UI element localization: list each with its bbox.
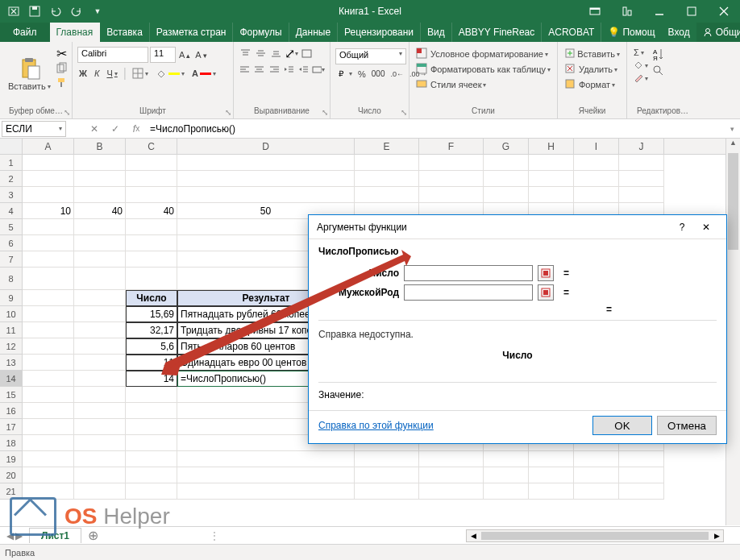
sheet-tab[interactable]: Лист1 — [29, 528, 81, 543]
cell[interactable] — [74, 371, 126, 387]
cell[interactable] — [177, 467, 355, 483]
sheet-nav-next-icon[interactable]: ▶ — [15, 530, 23, 541]
cell[interactable] — [574, 187, 619, 203]
cell[interactable] — [74, 171, 126, 187]
cell[interactable] — [355, 451, 419, 467]
copy-icon[interactable] — [56, 61, 69, 74]
close-button[interactable] — [708, 0, 740, 23]
cell[interactable] — [126, 483, 177, 500]
cell[interactable] — [23, 322, 74, 338]
cell[interactable] — [177, 451, 355, 467]
enter-formula-icon[interactable]: ✓ — [105, 120, 126, 138]
col-header[interactable]: H — [529, 139, 574, 154]
cell[interactable] — [74, 403, 126, 419]
dialog-titlebar[interactable]: Аргументы функции ? ✕ — [309, 215, 726, 239]
percent-icon[interactable]: % — [356, 68, 368, 80]
add-sheet-icon[interactable]: ⊕ — [81, 528, 105, 543]
comma-icon[interactable]: 000 — [370, 68, 387, 80]
cell[interactable] — [74, 219, 126, 235]
currency-icon[interactable]: ₽▾ — [335, 68, 354, 80]
cell[interactable] — [126, 435, 177, 451]
cell[interactable] — [126, 219, 177, 235]
cell[interactable] — [23, 355, 74, 371]
row-header[interactable]: 11 — [0, 322, 23, 338]
cell[interactable] — [484, 467, 529, 483]
cell[interactable] — [23, 419, 74, 435]
grow-font-icon[interactable]: A▴ — [177, 47, 192, 63]
cell[interactable] — [126, 187, 177, 203]
row-header[interactable]: 1 — [0, 155, 23, 171]
cell[interactable] — [126, 419, 177, 435]
cell[interactable] — [177, 171, 355, 187]
bold-button[interactable]: Ж — [77, 68, 89, 79]
tab-review[interactable]: Рецензировани — [338, 23, 421, 42]
cell[interactable] — [23, 235, 74, 251]
tab-home[interactable]: Главная — [50, 23, 101, 42]
shrink-font-icon[interactable]: A▾ — [193, 47, 208, 63]
cell[interactable] — [74, 306, 126, 322]
cell[interactable] — [126, 235, 177, 251]
tab-view[interactable]: Вид — [421, 23, 452, 42]
cell[interactable] — [23, 338, 74, 355]
fill-icon[interactable]: ▾ — [632, 60, 650, 71]
cell[interactable] — [177, 155, 355, 171]
align-right-icon[interactable] — [268, 63, 280, 76]
clear-icon[interactable]: ▾ — [632, 73, 650, 84]
col-header[interactable]: C — [126, 139, 177, 154]
cell-styles-button[interactable]: Стили ячеек▾ — [414, 77, 552, 92]
orientation-icon[interactable]: ⤢▾ — [285, 47, 297, 60]
cell[interactable] — [23, 155, 74, 171]
dialog-launcher-icon[interactable]: ⤡ — [225, 108, 231, 117]
tab-data[interactable]: Данные — [289, 23, 338, 42]
find-icon[interactable] — [651, 64, 666, 77]
cell[interactable] — [529, 171, 574, 187]
row-header[interactable]: 16 — [0, 403, 23, 419]
cell[interactable] — [126, 171, 177, 187]
cell[interactable] — [23, 187, 74, 203]
cell[interactable] — [74, 251, 126, 268]
ribbon-collapse-icon[interactable] — [611, 0, 643, 23]
maximize-button[interactable] — [676, 0, 708, 23]
conditional-format-button[interactable]: Условное форматирование▾ — [414, 47, 552, 61]
cell[interactable] — [126, 387, 177, 403]
cell[interactable] — [74, 467, 126, 483]
align-center-icon[interactable] — [253, 63, 265, 76]
font-color-icon[interactable]: A▾ — [190, 68, 218, 79]
cell[interactable] — [23, 451, 74, 467]
cancel-formula-icon[interactable]: ✕ — [84, 120, 105, 138]
cell[interactable] — [126, 451, 177, 467]
tab-file[interactable]: Файл — [0, 23, 50, 42]
row-header[interactable]: 21 — [0, 483, 23, 500]
cell[interactable] — [574, 155, 619, 171]
cell[interactable]: 40 — [126, 203, 177, 219]
cell[interactable] — [23, 268, 74, 290]
save-icon[interactable] — [26, 2, 44, 20]
close-icon[interactable]: ✕ — [694, 222, 718, 233]
cell[interactable] — [484, 155, 529, 171]
inc-decimal-icon[interactable]: .0← — [389, 68, 405, 80]
delete-cells-button[interactable]: Удалить▾ — [563, 62, 622, 77]
cell[interactable] — [23, 306, 74, 322]
redo-icon[interactable] — [68, 2, 85, 20]
arg2-input[interactable] — [404, 284, 533, 301]
dialog-launcher-icon[interactable]: ⤡ — [401, 108, 407, 117]
cell[interactable] — [177, 187, 355, 203]
borders-icon[interactable]: ▾ — [131, 67, 150, 80]
cell[interactable] — [574, 171, 619, 187]
align-middle-icon[interactable] — [254, 47, 267, 60]
cell[interactable]: 14 — [126, 371, 177, 387]
cell[interactable] — [574, 483, 619, 500]
cell[interactable] — [74, 322, 126, 338]
row-header[interactable]: 15 — [0, 387, 23, 403]
row-header[interactable]: 2 — [0, 171, 23, 187]
cell[interactable] — [23, 251, 74, 268]
arg1-input[interactable] — [404, 265, 533, 281]
cell[interactable] — [419, 155, 484, 171]
row-header[interactable]: 4 — [0, 203, 23, 219]
row-header[interactable]: 17 — [0, 419, 23, 435]
cell[interactable] — [23, 371, 74, 387]
cell[interactable] — [419, 483, 484, 500]
cell[interactable] — [619, 187, 664, 203]
cell[interactable] — [529, 483, 574, 500]
col-header[interactable]: D — [177, 139, 355, 154]
